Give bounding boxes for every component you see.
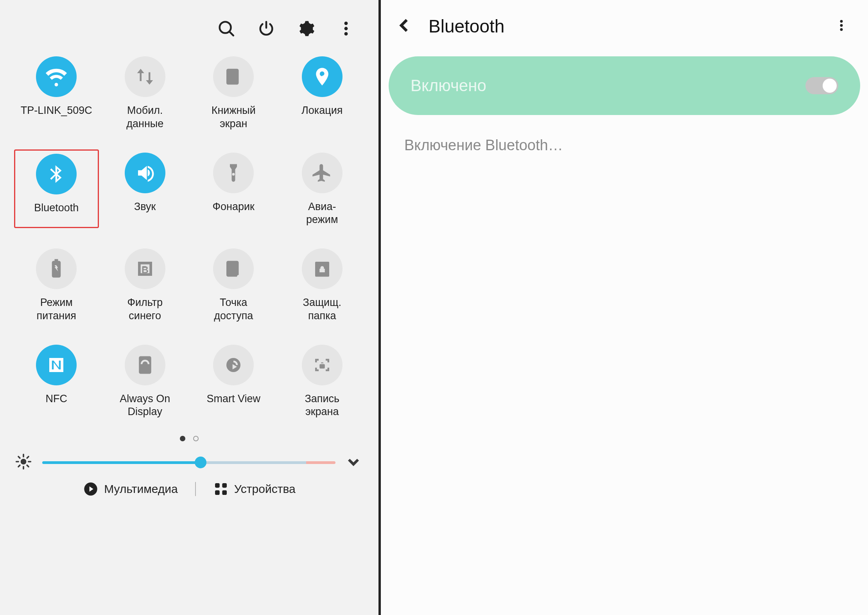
svg-rect-18 xyxy=(215,490,220,495)
tile-location[interactable]: Локация xyxy=(280,53,365,132)
battery-icon xyxy=(36,248,77,289)
status-pill-label: Включено xyxy=(411,76,486,95)
bluetooth-switch[interactable] xyxy=(805,77,838,94)
location-icon xyxy=(302,56,343,97)
svg-point-22 xyxy=(840,28,843,31)
devices-label: Устройства xyxy=(234,482,296,496)
tile-label: Bluetooth xyxy=(34,201,79,215)
smartview-icon xyxy=(213,345,254,385)
media-label: Мультимедиа xyxy=(104,482,178,496)
devices-button[interactable]: Устройства xyxy=(213,481,296,497)
hotspot-icon xyxy=(213,248,254,289)
tile-label: Фонарик xyxy=(213,200,255,214)
bluetooth-status-pill[interactable]: Включено xyxy=(389,56,860,115)
wifi-icon xyxy=(36,56,77,97)
nfc-icon xyxy=(36,345,77,385)
tile-label: Мобил. данные xyxy=(126,104,163,131)
bluetooth-settings-screen: Bluetooth Включено Включение Bluetooth… xyxy=(381,0,868,615)
tile-nfc[interactable]: NFC xyxy=(14,342,99,421)
flashlight-icon xyxy=(213,153,254,193)
page-dot[interactable] xyxy=(180,436,185,441)
tile-smartview[interactable]: Smart View xyxy=(191,342,276,421)
tile-label: Звук xyxy=(134,200,156,214)
book-icon xyxy=(213,56,254,97)
tile-label: TP-LINK_509C xyxy=(21,104,92,117)
tile-hotspot[interactable]: Точка доступа xyxy=(191,245,276,324)
bluetooth-icon xyxy=(36,154,77,194)
svg-point-5 xyxy=(21,459,27,465)
tile-bluetooth[interactable]: Bluetooth xyxy=(14,149,99,228)
svg-point-0 xyxy=(344,22,348,25)
secure-icon xyxy=(302,248,343,289)
page-dot[interactable] xyxy=(193,436,199,441)
swap-icon xyxy=(125,56,165,97)
tile-label: Защищ. папка xyxy=(303,296,341,323)
sound-icon xyxy=(125,153,165,193)
tile-label: Книжный экран xyxy=(212,104,256,131)
gear-icon[interactable] xyxy=(297,20,315,38)
tile-sound[interactable]: Звук xyxy=(103,149,188,228)
svg-point-21 xyxy=(840,24,843,27)
svg-point-20 xyxy=(840,20,843,23)
separator xyxy=(195,482,196,496)
tile-powermode[interactable]: Режим питания xyxy=(14,245,99,324)
quick-settings-panel: TP-LINK_509CМобил. данныеКнижный экранЛо… xyxy=(0,0,378,615)
tile-bookscreen[interactable]: Книжный экран xyxy=(191,53,276,132)
brightness-row xyxy=(12,453,367,481)
svg-point-2 xyxy=(344,32,348,36)
aod-icon xyxy=(125,345,165,385)
chevron-down-icon[interactable] xyxy=(346,454,361,471)
tile-flashlight[interactable]: Фонарик xyxy=(191,149,276,228)
bluetooth-status-text: Включение Bluetooth… xyxy=(381,115,868,176)
airplane-icon xyxy=(302,153,343,193)
tile-screenrec[interactable]: Запись экрана xyxy=(280,342,365,421)
tile-label: Always On Display xyxy=(120,392,170,419)
media-button[interactable]: Мультимедиа xyxy=(83,481,178,497)
svg-rect-3 xyxy=(232,70,235,74)
svg-rect-19 xyxy=(222,490,227,495)
power-icon[interactable] xyxy=(257,20,275,38)
tile-bluefilter[interactable]: BФильтр синего xyxy=(103,245,188,324)
page-title: Bluetooth xyxy=(429,16,819,37)
tile-aod[interactable]: Always On Display xyxy=(103,342,188,421)
brightness-slider[interactable] xyxy=(42,458,335,467)
svg-text:B: B xyxy=(142,264,149,275)
tile-label: Режим питания xyxy=(37,296,76,323)
tile-label: Фильтр синего xyxy=(127,296,163,323)
svg-line-11 xyxy=(27,465,29,467)
bluetooth-header: Bluetooth xyxy=(381,0,868,56)
qs-bottom-bar: Мультимедиа Устройства xyxy=(12,481,367,507)
tile-label: Локация xyxy=(301,104,343,117)
tile-label: Точка доступа xyxy=(214,296,253,323)
tile-wifi[interactable]: TP-LINK_509C xyxy=(14,53,99,132)
tile-airplane[interactable]: Авиа- режим xyxy=(280,149,365,228)
quick-tile-grid: TP-LINK_509CМобил. данныеКнижный экранЛо… xyxy=(12,53,367,420)
tile-label: Авиа- режим xyxy=(306,200,338,227)
tile-securefolder[interactable]: Защищ. папка xyxy=(280,245,365,324)
more-vert-icon[interactable] xyxy=(834,18,848,34)
svg-line-10 xyxy=(18,457,20,458)
page-indicator xyxy=(12,436,367,441)
svg-line-13 xyxy=(27,457,29,458)
svg-point-1 xyxy=(344,27,348,31)
tile-label: Запись экрана xyxy=(305,392,339,419)
more-vert-icon[interactable] xyxy=(337,20,355,38)
bluelight-icon: B xyxy=(125,248,165,289)
svg-rect-16 xyxy=(215,483,220,488)
brightness-icon xyxy=(15,453,32,472)
svg-rect-17 xyxy=(222,483,227,488)
tile-mobiledata[interactable]: Мобил. данные xyxy=(103,53,188,132)
tile-label: NFC xyxy=(46,392,68,406)
svg-line-12 xyxy=(18,465,20,467)
back-icon[interactable] xyxy=(396,17,413,35)
quick-settings-topbar xyxy=(12,12,367,53)
record-icon xyxy=(302,345,343,385)
search-icon[interactable] xyxy=(217,20,235,38)
tile-label: Smart View xyxy=(206,392,260,406)
